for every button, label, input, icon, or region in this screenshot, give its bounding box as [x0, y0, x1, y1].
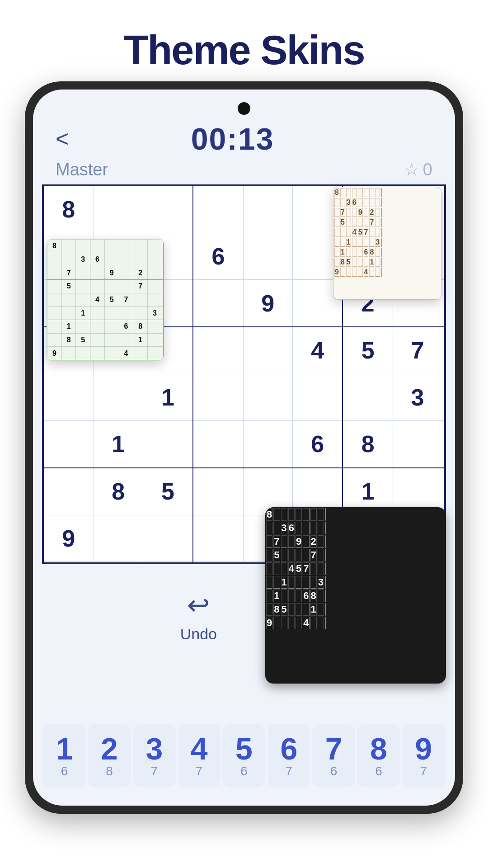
cell-r5c7[interactable]	[393, 421, 442, 468]
mini-cell	[340, 228, 345, 237]
cell-r4c8[interactable]	[442, 374, 445, 420]
numpad-btn-4[interactable]: 4 7	[178, 724, 221, 788]
cell-r6c2[interactable]: 5	[143, 468, 193, 515]
cell-r5c3[interactable]	[193, 421, 243, 468]
cell-r5c6[interactable]: 8	[343, 421, 393, 468]
skin-cream-overlay[interactable]: 836792574571316885194	[333, 187, 441, 300]
mini-cell: 4	[352, 228, 357, 237]
mini-cell	[148, 320, 162, 333]
cell-r8c3[interactable]	[193, 561, 243, 563]
mini-cell	[318, 549, 324, 561]
mini-cell	[162, 240, 163, 253]
cell-r6c8[interactable]	[442, 468, 445, 515]
mini-cell	[104, 307, 119, 320]
cell-r5c0[interactable]	[43, 421, 94, 468]
mini-cell	[303, 508, 309, 521]
cell-r3c5[interactable]: 4	[292, 327, 343, 374]
mini-cell	[281, 535, 287, 548]
cell-r3c6[interactable]: 5	[343, 327, 393, 374]
mini-cell	[358, 218, 363, 227]
mini-cell	[47, 293, 62, 307]
mini-cell: 8	[133, 320, 148, 333]
cell-r3c3[interactable]	[193, 327, 243, 374]
cell-r2c3[interactable]	[193, 280, 243, 327]
mini-cell: 5	[104, 293, 119, 307]
cell-r5c5[interactable]: 6	[292, 421, 343, 468]
cell-r4c2[interactable]: 1	[143, 374, 193, 420]
cell-r0c0[interactable]: 8	[43, 186, 94, 233]
numpad-count: 7	[420, 764, 427, 778]
mini-cell	[369, 198, 374, 207]
cell-r5c2[interactable]	[143, 421, 193, 468]
numpad-count: 7	[196, 764, 203, 778]
cell-r0c1[interactable]	[94, 186, 143, 233]
cell-r5c4[interactable]	[243, 421, 292, 468]
mini-cell	[346, 248, 351, 257]
mini-cell	[358, 268, 363, 277]
cell-r3c8[interactable]	[442, 327, 445, 374]
cell-r6c3[interactable]	[193, 468, 243, 515]
cell-r2c8[interactable]	[442, 280, 445, 327]
cell-r0c2[interactable]	[143, 186, 193, 233]
mini-cell	[133, 293, 148, 307]
cell-r4c5[interactable]	[292, 374, 343, 420]
cell-r8c1[interactable]	[94, 561, 143, 563]
numpad-btn-6[interactable]: 6 7	[267, 724, 310, 788]
numpad-btn-5[interactable]: 5 6	[222, 724, 265, 788]
cell-r4c0[interactable]	[43, 374, 94, 420]
cell-r4c1[interactable]	[94, 374, 143, 420]
cell-r4c4[interactable]	[243, 374, 292, 420]
numpad-btn-1[interactable]: 1 6	[43, 724, 86, 788]
numpad-btn-7[interactable]: 7 6	[312, 724, 355, 788]
cell-r7c2[interactable]	[143, 515, 193, 561]
cell-r6c0[interactable]	[43, 468, 94, 515]
cell-r3c4[interactable]	[243, 327, 292, 374]
skin-dark-overlay[interactable]: 836792574571316885194	[265, 507, 446, 684]
numpad-btn-2[interactable]: 2 8	[88, 724, 131, 788]
cell-r3c7[interactable]: 7	[393, 327, 442, 374]
mini-cell	[162, 253, 163, 266]
numpad-btn-3[interactable]: 3 7	[133, 724, 176, 788]
mini-cell	[296, 617, 302, 629]
mini-cell	[334, 218, 339, 227]
cell-r4c3[interactable]	[193, 374, 243, 420]
cell-r5c1[interactable]: 1	[94, 421, 143, 468]
undo-button[interactable]: ↩ Undo	[180, 589, 217, 643]
cell-r1c8[interactable]	[442, 233, 445, 279]
numpad-btn-9[interactable]: 9 7	[402, 724, 445, 788]
mini-cell	[288, 617, 295, 629]
cell-r6c1[interactable]: 8	[94, 468, 143, 515]
cell-r1c3[interactable]: 6	[193, 233, 243, 279]
cell-r0c4[interactable]	[243, 186, 292, 233]
mini-cell	[364, 238, 369, 247]
mini-cell	[288, 508, 295, 521]
cell-r4c7[interactable]: 3	[393, 374, 442, 420]
cell-r0c8[interactable]	[442, 186, 445, 233]
cell-r7c1[interactable]	[94, 515, 143, 561]
numpad-btn-8[interactable]: 8 6	[357, 724, 400, 788]
back-button[interactable]: <	[56, 126, 69, 152]
numpad-count: 6	[330, 764, 338, 778]
cell-r7c3[interactable]	[193, 515, 243, 561]
cell-r1c4[interactable]	[243, 233, 292, 279]
cell-r4c6[interactable]	[343, 374, 393, 420]
mini-cell	[340, 268, 345, 277]
mini-cell	[334, 238, 339, 247]
mini-cell	[119, 307, 133, 320]
mini-cell: 7	[273, 535, 280, 548]
cell-r8c0[interactable]	[43, 561, 94, 563]
mini-cell	[266, 535, 272, 548]
cell-r8c2[interactable]	[143, 561, 193, 563]
mini-cell: 7	[310, 549, 317, 561]
mini-cell	[364, 258, 369, 267]
mini-cell: 7	[369, 218, 374, 227]
mini-cell	[358, 198, 363, 207]
cell-r2c4[interactable]: 9	[243, 280, 292, 327]
cell-r7c0[interactable]: 9	[43, 515, 94, 561]
mini-cell	[162, 333, 163, 347]
skin-green-overlay[interactable]: 836792574571316885194	[47, 239, 164, 361]
numpad-digit: 6	[280, 733, 297, 764]
cell-r0c3[interactable]	[193, 186, 243, 233]
mini-cell	[133, 240, 148, 253]
cell-r5c8[interactable]	[442, 421, 445, 468]
